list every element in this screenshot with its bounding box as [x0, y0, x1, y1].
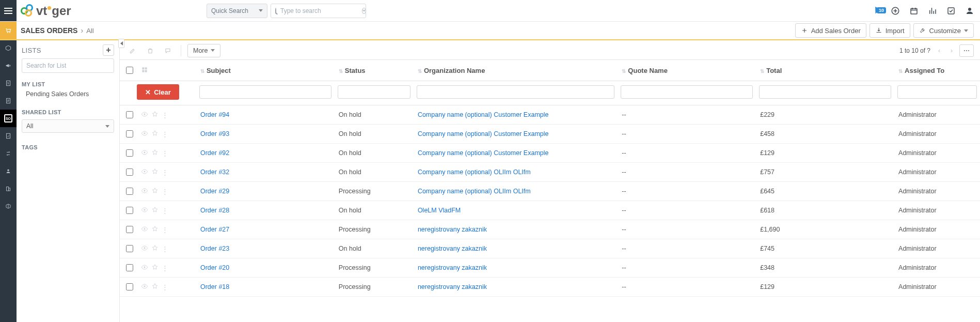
check-square-icon: [946, 6, 956, 16]
search-box: [271, 4, 366, 18]
user-icon: [965, 6, 974, 16]
customize-button[interactable]: Customize: [913, 23, 974, 38]
module-header: SALES ORDERS › All Add Sales Order Impor…: [0, 22, 980, 40]
logo-icon: [21, 4, 34, 18]
add-button-label: Add Sales Order: [811, 27, 861, 35]
search-input[interactable]: [279, 7, 359, 15]
hamburger-icon: [4, 10, 12, 11]
menu-toggle[interactable]: [0, 0, 17, 21]
quick-create-button[interactable]: [890, 6, 900, 16]
calendar-button[interactable]: [909, 6, 919, 16]
topbar-right: 10: [872, 6, 975, 16]
import-icon: [875, 27, 882, 34]
quick-search-scope[interactable]: Quick Search: [207, 4, 267, 18]
svg-point-3: [968, 8, 971, 11]
bar-chart-icon: [928, 6, 937, 16]
breadcrumb-module: SALES ORDERS: [21, 27, 77, 34]
plus-icon: [801, 27, 808, 34]
breadcrumb-sep: ›: [81, 27, 83, 34]
customize-button-label: Customize: [929, 27, 961, 35]
search-options-icon[interactable]: [362, 8, 366, 14]
caret-down-icon: [964, 29, 968, 32]
reports-button[interactable]: [927, 6, 938, 16]
tasks-button[interactable]: [946, 6, 956, 16]
calendar-icon: [909, 6, 919, 16]
collapse-panel-button[interactable]: [118, 39, 124, 40]
plus-circle-icon: [891, 6, 900, 16]
user-menu[interactable]: [965, 6, 975, 16]
svg-rect-2: [948, 8, 954, 14]
topbar-left: vtger: [0, 0, 71, 21]
import-button[interactable]: Import: [870, 23, 910, 38]
add-sales-order-button[interactable]: Add Sales Order: [795, 23, 866, 38]
caret-down-icon: [259, 9, 263, 12]
search-icon: [275, 8, 276, 14]
global-search: Quick Search: [207, 4, 366, 18]
module-actions: Add Sales Order Import Customize: [795, 23, 974, 38]
svg-rect-1: [911, 8, 917, 14]
notifications-button[interactable]: 10: [872, 6, 882, 16]
notification-badge: 10: [877, 7, 886, 13]
topbar: vtger Quick Search 10: [0, 0, 980, 22]
app-logo[interactable]: vtger: [21, 4, 71, 18]
breadcrumb-view: All: [86, 27, 93, 34]
logo-text: vtger: [36, 4, 71, 18]
wrench-icon: [919, 27, 926, 34]
breadcrumb: SALES ORDERS › All: [21, 27, 94, 34]
import-button-label: Import: [886, 27, 905, 35]
quick-search-label: Quick Search: [211, 7, 248, 14]
